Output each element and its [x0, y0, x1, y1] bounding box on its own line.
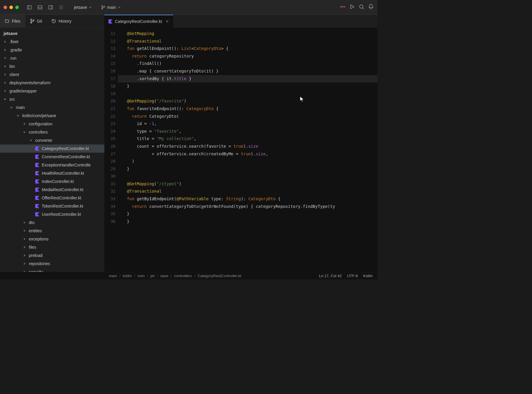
tree-file[interactable]: TokenRestController.kt: [0, 202, 104, 210]
chevron-right-icon[interactable]: [3, 40, 7, 44]
tree-folder[interactable]: deployments/terraform: [0, 79, 104, 87]
tree-file[interactable]: ExceptionHandlerControlle: [0, 161, 104, 169]
branch-selector[interactable]: main: [99, 4, 123, 11]
chevron-right-icon[interactable]: [22, 262, 26, 266]
code-line[interactable]: fun getAllEndpoint(): List<CategoryDto> …: [122, 45, 377, 53]
code-line[interactable]: fun favoriteEndpoint(): CategoryDto {: [122, 105, 377, 113]
code-line[interactable]: [122, 90, 377, 98]
chevron-down-icon[interactable]: [16, 114, 20, 118]
tree-folder[interactable]: converter: [0, 136, 104, 144]
code-line[interactable]: }: [122, 218, 377, 225]
tree-folder[interactable]: entities: [0, 227, 104, 235]
search-button[interactable]: [359, 4, 364, 11]
breadcrumb-segment[interactable]: kotlin: [123, 274, 132, 278]
code-line[interactable]: + offerService.search(createdByMe = true…: [122, 150, 377, 158]
breadcrumb-segment[interactable]: controllers: [174, 274, 192, 278]
tree-folder[interactable]: security: [0, 268, 104, 272]
code-line[interactable]: type = "favorite",: [122, 128, 377, 135]
code-line[interactable]: }: [122, 210, 377, 218]
notifications-button[interactable]: [368, 4, 374, 11]
breadcrumb-segment[interactable]: com: [138, 274, 145, 278]
tree-folder[interactable]: .fleet: [0, 38, 104, 46]
code-line[interactable]: @Transactional: [122, 188, 377, 195]
breadcrumb-segment[interactable]: save: [160, 274, 168, 278]
code-line[interactable]: @GetMapping("/{type}"): [122, 180, 377, 188]
code-line[interactable]: @Transactional: [122, 38, 377, 45]
tree-folder[interactable]: gradle/wrapper: [0, 87, 104, 95]
tree-file[interactable]: HealthRestController.kt: [0, 169, 104, 177]
tree-file[interactable]: IndexController.kt: [0, 177, 104, 186]
tree-folder[interactable]: preload: [0, 251, 104, 260]
chevron-right-icon[interactable]: [22, 270, 26, 272]
tree-root[interactable]: jetsave: [0, 29, 104, 38]
close-tab-button[interactable]: ✕: [165, 19, 169, 24]
code-line[interactable]: .sortedBy { it.title }: [118, 75, 377, 83]
tree-file[interactable]: CategoryRestController.kt: [0, 144, 104, 153]
tree-file[interactable]: MediaRestController.kt: [0, 186, 104, 194]
code-line[interactable]: count = offerService.search(favorite = t…: [122, 143, 377, 150]
chevron-down-icon[interactable]: [22, 130, 26, 134]
chevron-right-icon[interactable]: [3, 81, 7, 85]
close-window-button[interactable]: [4, 6, 7, 9]
tree-folder[interactable]: .gradle: [0, 46, 104, 54]
tree-folder[interactable]: .run: [0, 54, 104, 62]
code-view[interactable]: @GetMapping @Transactional fun getAllEnd…: [118, 28, 377, 272]
chevron-right-icon[interactable]: [29, 138, 33, 142]
chevron-right-icon[interactable]: [22, 245, 26, 249]
project-selector[interactable]: jetsave: [72, 4, 94, 11]
tree-folder[interactable]: bin: [0, 62, 104, 70]
code-line[interactable]: [122, 173, 377, 180]
tree-folder[interactable]: exceptions: [0, 235, 104, 243]
tree-folder[interactable]: src: [0, 95, 104, 103]
code-line[interactable]: ): [122, 158, 377, 165]
tree-file[interactable]: CommentRestController.kt: [0, 153, 104, 161]
tree-folder[interactable]: main: [0, 103, 104, 112]
breadcrumb-segment[interactable]: main: [109, 274, 117, 278]
chevron-down-icon[interactable]: [3, 97, 7, 101]
code-line[interactable]: return CategoryDto(: [122, 113, 377, 120]
right-panel-toggle[interactable]: [46, 3, 55, 11]
chevron-right-icon[interactable]: [3, 73, 7, 77]
tree-folder[interactable]: dto: [0, 218, 104, 227]
breadcrumb-segment[interactable]: CategoryRestController.kt: [198, 274, 241, 278]
code-line[interactable]: .map { convertCategoryToDto(it) }: [122, 68, 377, 75]
tree-folder[interactable]: configuration: [0, 120, 104, 128]
chevron-right-icon[interactable]: [22, 229, 26, 233]
code-line[interactable]: }: [122, 82, 377, 90]
chevron-right-icon[interactable]: [3, 48, 7, 52]
code-line[interactable]: title = "My collection",: [122, 135, 377, 143]
tab-files[interactable]: Files: [0, 15, 25, 27]
code-line[interactable]: return convertCategoryToDto(getOrNotFoun…: [122, 203, 377, 211]
editor-tab[interactable]: CategoryRestController.kt ✕: [104, 15, 173, 28]
tab-git[interactable]: Git: [25, 15, 47, 27]
grid-toggle[interactable]: [56, 3, 66, 11]
cursor-position[interactable]: Ln 17, Col 42: [319, 274, 342, 278]
tab-history[interactable]: History: [47, 15, 76, 27]
code-line[interactable]: return categoryRepository: [122, 53, 377, 60]
chevron-right-icon[interactable]: [3, 64, 7, 68]
code-line[interactable]: @GetMapping("/favorite"): [122, 97, 377, 105]
file-tree[interactable]: jetsave .fleet.gradle.runbinclientdeploy…: [0, 28, 104, 272]
code-line[interactable]: }: [122, 165, 377, 173]
tree-folder[interactable]: kotlin/com/jet/save: [0, 112, 104, 120]
tree-file[interactable]: UserRestController.kt: [0, 210, 104, 218]
tree-folder[interactable]: repositories: [0, 260, 104, 268]
code-line[interactable]: id = -1,: [122, 120, 377, 128]
chevron-right-icon[interactable]: [3, 89, 7, 93]
left-panel-toggle[interactable]: [25, 3, 34, 11]
editor-area[interactable]: 1112131415161718192021222324252627282930…: [104, 15, 377, 272]
chevron-right-icon[interactable]: [22, 253, 26, 257]
run-button[interactable]: [349, 4, 355, 11]
maximize-window-button[interactable]: [15, 6, 19, 9]
minimize-window-button[interactable]: [9, 6, 13, 9]
bottom-panel-toggle[interactable]: [35, 3, 45, 11]
tree-folder[interactable]: controllers: [0, 128, 104, 136]
code-line[interactable]: .findAll(): [122, 60, 377, 68]
chevron-right-icon[interactable]: [22, 237, 26, 241]
broadcast-button[interactable]: [340, 4, 346, 11]
tree-folder[interactable]: client: [0, 70, 104, 79]
tree-file[interactable]: OfferRestController.kt: [0, 194, 104, 202]
chevron-right-icon[interactable]: [3, 56, 7, 60]
language-selector[interactable]: Kotlin: [363, 274, 373, 278]
breadcrumb-segment[interactable]: jet: [150, 274, 155, 278]
